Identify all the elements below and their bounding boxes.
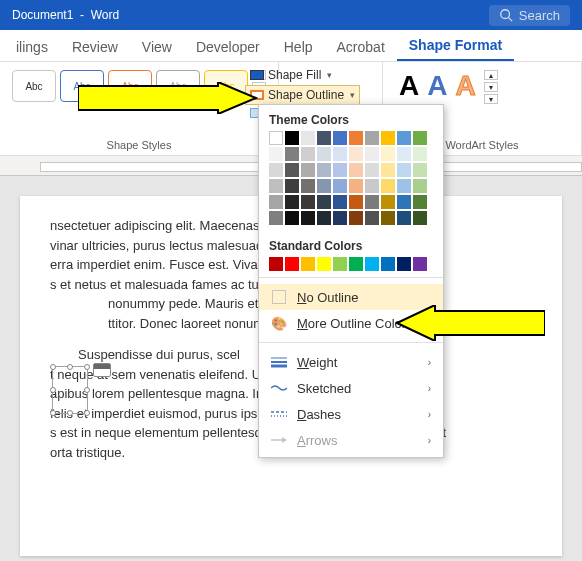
color-swatch[interactable] [301, 147, 315, 161]
color-swatch[interactable] [365, 147, 379, 161]
color-swatch[interactable] [397, 179, 411, 193]
color-swatch[interactable] [285, 163, 299, 177]
color-swatch[interactable] [349, 211, 363, 225]
shape-fill-button[interactable]: Shape Fill ▾ [246, 66, 359, 84]
color-swatch[interactable] [413, 147, 427, 161]
wordart-preview-3[interactable]: A [455, 70, 475, 102]
color-swatch[interactable] [381, 179, 395, 193]
color-swatch[interactable] [333, 257, 347, 271]
color-swatch[interactable] [397, 195, 411, 209]
color-swatch[interactable] [413, 131, 427, 145]
color-swatch[interactable] [397, 131, 411, 145]
color-swatch[interactable] [317, 163, 331, 177]
color-swatch[interactable] [317, 131, 331, 145]
color-swatch[interactable] [365, 179, 379, 193]
color-swatch[interactable] [333, 163, 347, 177]
color-swatch[interactable] [301, 257, 315, 271]
tab-developer[interactable]: Developer [184, 33, 272, 61]
arrows-item[interactable]: Arrows › [259, 427, 443, 453]
color-swatch[interactable] [301, 211, 315, 225]
color-swatch[interactable] [413, 163, 427, 177]
color-swatch[interactable] [397, 147, 411, 161]
shape-outline-button[interactable]: Shape Outline ▾ [246, 86, 359, 104]
color-swatch[interactable] [381, 131, 395, 145]
color-swatch[interactable] [333, 131, 347, 145]
color-swatch[interactable] [269, 179, 283, 193]
color-swatch[interactable] [349, 179, 363, 193]
color-swatch[interactable] [317, 211, 331, 225]
selected-shape[interactable] [52, 366, 88, 414]
color-swatch[interactable] [269, 131, 283, 145]
color-swatch[interactable] [269, 163, 283, 177]
color-swatch[interactable] [413, 257, 427, 271]
color-swatch[interactable] [285, 179, 299, 193]
color-swatch[interactable] [413, 211, 427, 225]
color-swatch[interactable] [413, 179, 427, 193]
color-swatch[interactable] [285, 195, 299, 209]
weight-item[interactable]: Weight › [259, 349, 443, 375]
wordart-preview-2[interactable]: A [427, 70, 447, 102]
color-swatch[interactable] [317, 179, 331, 193]
dashes-item[interactable]: Dashes › [259, 401, 443, 427]
color-swatch[interactable] [301, 179, 315, 193]
color-swatch[interactable] [333, 179, 347, 193]
color-swatch[interactable] [285, 211, 299, 225]
color-swatch[interactable] [269, 195, 283, 209]
color-swatch[interactable] [397, 257, 411, 271]
color-swatch[interactable] [365, 211, 379, 225]
tab-help[interactable]: Help [272, 33, 325, 61]
tab-view[interactable]: View [130, 33, 184, 61]
color-swatch[interactable] [381, 195, 395, 209]
color-swatch[interactable] [333, 211, 347, 225]
resize-handle[interactable] [50, 364, 56, 370]
color-swatch[interactable] [397, 163, 411, 177]
color-swatch[interactable] [285, 147, 299, 161]
color-swatch[interactable] [269, 211, 283, 225]
color-swatch[interactable] [317, 195, 331, 209]
color-swatch[interactable] [285, 257, 299, 271]
resize-handle[interactable] [50, 410, 56, 416]
resize-handle[interactable] [50, 387, 56, 393]
color-swatch[interactable] [381, 211, 395, 225]
color-swatch[interactable] [349, 195, 363, 209]
search-box[interactable]: Search [489, 5, 570, 26]
tab-mailings[interactable]: ilings [4, 33, 60, 61]
color-swatch[interactable] [301, 163, 315, 177]
color-swatch[interactable] [269, 147, 283, 161]
tab-shape-format[interactable]: Shape Format [397, 31, 514, 61]
color-swatch[interactable] [349, 163, 363, 177]
color-swatch[interactable] [333, 195, 347, 209]
tab-acrobat[interactable]: Acrobat [325, 33, 397, 61]
wordart-preview-1[interactable]: A [399, 70, 419, 102]
color-swatch[interactable] [365, 257, 379, 271]
color-swatch[interactable] [269, 257, 283, 271]
resize-handle[interactable] [84, 387, 90, 393]
resize-handle[interactable] [67, 410, 73, 416]
color-swatch[interactable] [317, 257, 331, 271]
resize-handle[interactable] [67, 364, 73, 370]
color-swatch[interactable] [317, 147, 331, 161]
color-swatch[interactable] [349, 147, 363, 161]
color-swatch[interactable] [397, 211, 411, 225]
color-swatch[interactable] [349, 131, 363, 145]
color-swatch[interactable] [285, 131, 299, 145]
resize-handle[interactable] [84, 364, 90, 370]
color-swatch[interactable] [381, 163, 395, 177]
layout-options-icon[interactable] [93, 363, 111, 377]
color-swatch[interactable] [365, 131, 379, 145]
color-swatch[interactable] [333, 147, 347, 161]
sketched-item[interactable]: Sketched › [259, 375, 443, 401]
color-swatch[interactable] [381, 147, 395, 161]
shape-style-preview-1[interactable]: Abc [12, 70, 56, 102]
color-swatch[interactable] [349, 257, 363, 271]
color-swatch[interactable] [413, 195, 427, 209]
bucket-icon [250, 70, 264, 80]
color-swatch[interactable] [365, 163, 379, 177]
tab-review[interactable]: Review [60, 33, 130, 61]
wordart-gallery-more[interactable]: ▴▾▾ [484, 70, 498, 104]
resize-handle[interactable] [84, 410, 90, 416]
color-swatch[interactable] [381, 257, 395, 271]
color-swatch[interactable] [301, 131, 315, 145]
color-swatch[interactable] [301, 195, 315, 209]
color-swatch[interactable] [365, 195, 379, 209]
